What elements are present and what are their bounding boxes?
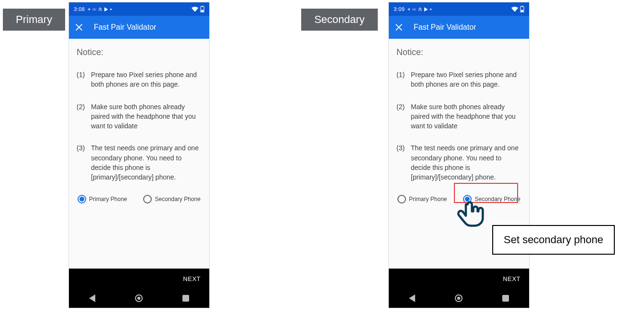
step-number: (3) — [396, 143, 406, 182]
svg-rect-4 — [521, 6, 523, 7]
battery-icon — [200, 6, 204, 12]
home-icon[interactable] — [455, 294, 463, 302]
status-time: 3:08 — [74, 6, 85, 12]
step-number: (2) — [396, 102, 406, 131]
app-title: Fast Pair Validator — [414, 23, 476, 32]
step-3: (3) The test needs one primary and one s… — [396, 143, 521, 182]
recents-icon[interactable] — [502, 295, 509, 302]
next-button[interactable]: NEXT — [183, 275, 201, 282]
step-2: (2) Make sure both phones already paired… — [396, 102, 521, 131]
phone-secondary: 3:09 ⌖ ✉ ⋔ ▶ • Fast Pair Validator Notic… — [388, 2, 530, 308]
status-notification-icons: ⌖ ✉ ⋔ ▶ • — [407, 6, 432, 12]
primary-label-tab: Primary — [3, 9, 65, 31]
svg-rect-2 — [201, 10, 203, 12]
radio-icon — [397, 195, 406, 203]
app-title: Fast Pair Validator — [94, 23, 156, 32]
content-area: Notice: (1) Prepare two Pixel series pho… — [69, 39, 209, 269]
close-icon[interactable] — [75, 23, 83, 32]
step-number: (3) — [77, 143, 86, 182]
recents-icon[interactable] — [182, 295, 189, 302]
back-icon[interactable] — [409, 294, 415, 302]
hand-cursor-icon — [456, 200, 484, 228]
step-number: (2) — [77, 102, 86, 131]
step-number: (1) — [77, 70, 86, 90]
step-2: (2) Make sure both phones already paired… — [77, 102, 202, 131]
svg-rect-1 — [202, 6, 203, 7]
radio-icon — [78, 195, 86, 203]
app-bar: Fast Pair Validator — [69, 16, 209, 39]
callout-set-secondary: Set secondary phone — [492, 225, 615, 255]
step-text: Make sure both phones already paired wit… — [91, 102, 202, 131]
status-bar: 3:09 ⌖ ✉ ⋔ ▶ • — [389, 2, 529, 16]
footer-bar: NEXT — [389, 269, 529, 289]
notice-heading: Notice: — [396, 47, 521, 57]
back-icon[interactable] — [89, 294, 95, 302]
nav-bar — [69, 289, 209, 308]
status-notification-icons: ⌖ ✉ ⋔ ▶ • — [88, 6, 112, 12]
phone-primary: 3:08 ⌖ ✉ ⋔ ▶ • Fast Pair Validator Notic… — [68, 2, 210, 308]
radio-icon — [143, 195, 152, 203]
status-bar: 3:08 ⌖ ✉ ⋔ ▶ • — [69, 2, 209, 16]
step-text: The test needs one primary and one secon… — [411, 143, 521, 182]
step-1: (1) Prepare two Pixel series phone and b… — [396, 70, 521, 90]
secondary-label-tab: Secondary — [301, 9, 378, 31]
step-number: (1) — [396, 70, 406, 90]
wifi-icon — [192, 6, 198, 12]
close-icon[interactable] — [395, 23, 403, 32]
radio-secondary-phone[interactable]: Secondary Phone — [143, 195, 200, 203]
notice-heading: Notice: — [77, 47, 202, 57]
step-text: The test needs one primary and one secon… — [91, 143, 202, 182]
step-text: Prepare two Pixel series phone and both … — [411, 70, 521, 90]
radio-primary-phone[interactable]: Primary Phone — [78, 195, 127, 203]
wifi-icon — [511, 6, 518, 12]
step-1: (1) Prepare two Pixel series phone and b… — [77, 70, 202, 90]
step-text: Make sure both phones already paired wit… — [411, 102, 521, 131]
radio-group: Primary Phone Secondary Phone — [77, 195, 202, 203]
svg-rect-5 — [521, 10, 523, 12]
home-icon[interactable] — [135, 294, 143, 302]
step-3: (3) The test needs one primary and one s… — [77, 143, 202, 182]
footer-bar: NEXT — [69, 269, 209, 289]
battery-icon — [520, 6, 524, 12]
next-button[interactable]: NEXT — [503, 275, 520, 282]
radio-label: Primary Phone — [409, 196, 447, 202]
nav-bar — [389, 289, 529, 308]
status-time: 3:09 — [394, 6, 405, 12]
radio-label: Primary Phone — [89, 196, 127, 202]
radio-primary-phone[interactable]: Primary Phone — [397, 195, 447, 203]
radio-label: Secondary Phone — [155, 196, 200, 202]
app-bar: Fast Pair Validator — [389, 16, 529, 39]
step-text: Prepare two Pixel series phone and both … — [91, 70, 202, 90]
